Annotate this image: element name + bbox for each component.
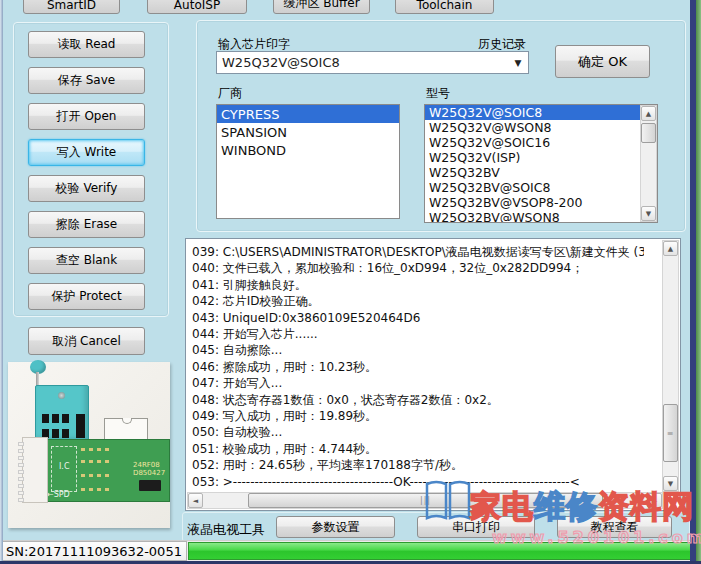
pcb-code-text: D850427 [133, 469, 165, 477]
scroll-down-icon[interactable]: ▼ [641, 206, 656, 221]
log-line: 050: 自动校验... [192, 424, 644, 440]
pcb-chip-text: 24RF08 [133, 461, 160, 469]
smart-id-button[interactable]: 智能识别 SmartID [23, 0, 120, 14]
scroll-down-icon[interactable]: ▼ [663, 476, 678, 491]
log-line: 044: 开始写入芯片...... [192, 326, 644, 342]
chip-marking-value[interactable]: W25Q32V@SOIC8 [217, 55, 508, 70]
serial-number-text: SN:20171111093632-0051 [1, 541, 187, 561]
scroll-right-icon[interactable]: ► [647, 493, 662, 508]
scrollbar-thumb[interactable]: ≡ [663, 404, 678, 462]
log-line: 043: UniqueID:0x3860109E520464D6 [192, 310, 644, 326]
write-button[interactable]: 写入 Write [28, 139, 145, 166]
list-item[interactable]: WINBOND [217, 141, 399, 159]
verify-button[interactable]: 校验 Verify [28, 175, 145, 202]
erase-button[interactable]: 擦除 Erase [28, 211, 145, 238]
list-item[interactable]: W25Q32BV@VSOP8-200 [425, 195, 640, 210]
param-settings-button[interactable]: 参数设置 [276, 516, 395, 538]
chip-adapter-photo: I.C ←SPD 24RF08 D850427 [8, 362, 170, 528]
manufacturer-label: 厂商 [218, 85, 242, 102]
pcb-ic-text: I.C [59, 462, 70, 471]
serial-print-button[interactable]: 串口打印 [417, 516, 535, 538]
protect-button[interactable]: 保护 Protect [28, 283, 145, 310]
log-line: 042: 芯片ID校验正确。 [192, 293, 644, 309]
scroll-up-icon[interactable]: ▲ [663, 241, 678, 256]
log-line: 047: 开始写入... [192, 375, 644, 391]
list-item[interactable]: W25Q32BV [425, 165, 640, 180]
log-vertical-scrollbar[interactable]: ▲ ≡ ▼ [662, 240, 679, 492]
tutorial-view-button[interactable]: 教程查看 [557, 516, 672, 538]
model-list[interactable]: W25Q32V@SOIC8 W25Q32V@WSON8 W25Q32V@SOIC… [424, 104, 658, 223]
scroll-left-icon[interactable]: ◄ [188, 493, 203, 508]
chip-marking-combobox[interactable]: W25Q32V@SOIC8 ▼ [216, 51, 529, 74]
scrollbar-thumb[interactable]: ||| [248, 493, 603, 508]
black-chip [139, 480, 161, 491]
log-horizontal-scrollbar[interactable]: ◄ ||| ► [187, 492, 663, 509]
list-item[interactable]: W25Q32V@WSON8 [425, 120, 640, 135]
model-label: 型号 [426, 85, 450, 102]
log-line: 053: >----------------------------------… [192, 474, 644, 490]
window-border-left [0, 0, 3, 564]
log-line: 040: 文件已载入，累加校验和：16位_0xD994，32位_0x282DD9… [192, 260, 644, 276]
toolchain-button[interactable]: 工具链面板 Toolchain [395, 0, 494, 14]
list-item[interactable]: W25Q32BV@SOIC8 [425, 180, 640, 195]
list-item[interactable]: W25Q32V(ISP) [425, 150, 640, 165]
test-socket [35, 385, 89, 442]
buffer-button[interactable]: 缓冲区 Buffer [273, 0, 370, 14]
ic-outline-drawing [104, 418, 148, 440]
log-line: 051: 校验成功，用时：4.744秒。 [192, 441, 644, 457]
log-line: 045: 自动擦除... [192, 342, 644, 358]
programmer-app-window: 智能识别 SmartID ISP自动识别 AutoISP 缓冲区 Buffer … [0, 0, 701, 564]
manufacturer-list[interactable]: CYPRESS SPANSION WINBOND [216, 104, 400, 219]
ok-button[interactable]: 确定 OK [555, 45, 650, 78]
log-lines: 039: C:\USERS\ADMINISTRATOR\DESKTOP\液晶电视… [192, 244, 644, 494]
list-item[interactable]: CYPRESS [217, 105, 399, 123]
model-list-scrollbar[interactable]: ▲ ▼ [640, 105, 657, 222]
save-button[interactable]: 保存 Save [28, 67, 145, 94]
list-item[interactable]: W25Q32V@SOIC16 [425, 135, 640, 150]
adapter-pcb: I.C ←SPD 24RF08 D850427 [32, 439, 170, 502]
progress-bar [188, 542, 696, 560]
list-item[interactable]: W25Q32V@SOIC8 [425, 105, 640, 120]
open-button[interactable]: 打开 Open [28, 103, 145, 130]
scrollbar-thumb[interactable] [641, 123, 656, 143]
read-button[interactable]: 读取 Read [28, 31, 145, 58]
log-line: 049: 写入成功，用时：19.89秒。 [192, 408, 644, 424]
cancel-button[interactable]: 取消 Cancel [28, 327, 145, 355]
log-line: 039: C:\USERS\ADMINISTRATOR\DESKTOP\液晶电视… [192, 244, 644, 260]
auto-isp-button[interactable]: ISP自动识别 AutoISP [147, 0, 247, 14]
pcb-spd-text: ←SPD [47, 490, 70, 499]
log-line: 046: 擦除成功，用时：10.23秒。 [192, 359, 644, 375]
log-line: 052: 用时：24.65秒，平均速率170188字节/秒。 [192, 457, 644, 473]
lcd-tv-tools-label: 液晶电视工具 [187, 521, 265, 539]
log-textbox[interactable]: 039: C:\USERS\ADMINISTRATOR\DESKTOP\液晶电视… [185, 238, 681, 511]
log-line: 048: 状态寄存器1数值：0x0，状态寄存器2数值：0x2。 [192, 392, 644, 408]
window-border-right-outer [696, 0, 701, 564]
log-line: 041: 引脚接触良好。 [192, 277, 644, 293]
blank-check-button[interactable]: 查空 Blank [28, 247, 145, 274]
scroll-up-icon[interactable]: ▲ [641, 106, 656, 121]
chevron-down-icon[interactable]: ▼ [508, 58, 528, 68]
list-item[interactable]: SPANSION [217, 123, 399, 141]
list-item[interactable]: W25Q32BV@WSON8 [425, 210, 640, 223]
pin-header-connector [22, 437, 48, 503]
